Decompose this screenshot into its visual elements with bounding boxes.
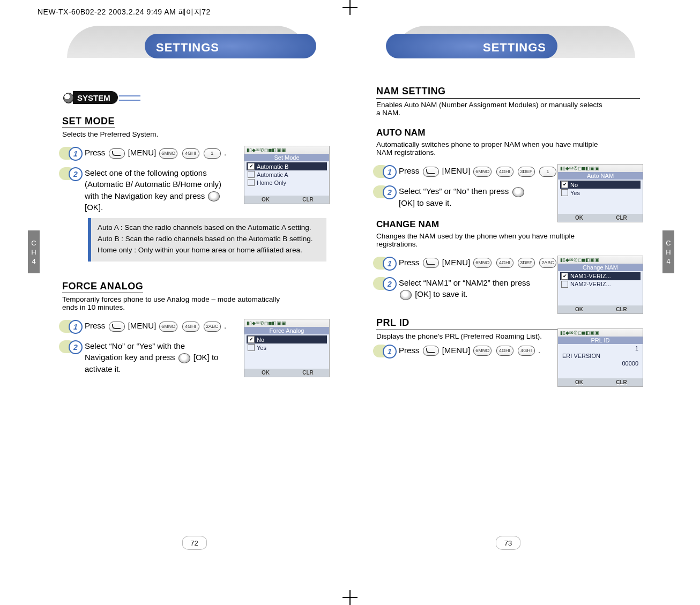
phone-softkey-clr: CLR xyxy=(600,378,643,386)
page-left: SETTINGS C H 4 SYSTEM SET MODE Selects t… xyxy=(38,16,351,552)
keycap-icon: 2ABC xyxy=(204,322,221,332)
phone-option: ✔Automatic B xyxy=(247,162,327,170)
keycap-icon: 4GHI xyxy=(496,167,513,177)
desc-nam-setting: Enables Auto NAM (Number Assignment Modu… xyxy=(376,101,607,117)
nav-key-icon xyxy=(512,187,524,197)
phone-info-label: ERI VERSION xyxy=(562,353,638,359)
step-number-icon: 2 xyxy=(376,184,394,199)
phone-screen-title: Change NAM xyxy=(558,264,643,271)
heading-nam-setting: NAM SETTING xyxy=(376,86,640,99)
phone-softkey-ok: OK xyxy=(244,369,287,377)
page-title-pill: SETTINGS xyxy=(67,26,308,58)
system-badge-underline-icon xyxy=(119,95,140,101)
keycap-icon: 6MNO xyxy=(473,258,492,268)
keycap-icon: 6MNO xyxy=(473,346,492,356)
crop-mark-top-icon xyxy=(342,0,358,15)
heading-auto-nam: AUTO NAM xyxy=(376,128,640,138)
keycap-icon: 4GHI xyxy=(496,346,513,356)
phone-softkey-clr: CLR xyxy=(287,196,329,204)
step-number-icon: 2 xyxy=(376,276,394,291)
page-number: 73 xyxy=(496,536,520,550)
desc-force-analog: Temporarily forces phone to use Analog m… xyxy=(62,295,293,311)
phone-status-bar-icon: ▮▯◆✉✆◻◼◧▣▣ xyxy=(558,165,643,172)
phone-option: Yes xyxy=(560,189,641,197)
page-number: 72 xyxy=(182,536,207,550)
chapter-tab: C H 4 xyxy=(28,230,40,273)
step-number-icon: 1 xyxy=(62,146,80,161)
keycap-icon: 4GHI xyxy=(518,346,535,356)
phone-option: Automatic A xyxy=(247,170,327,178)
phone-softkey-clr: CLR xyxy=(287,369,329,377)
phone-screen-change-nam: ▮▯◆✉✆◻◼◧▣▣ Change NAM ✔NAM1-VERIZ... NAM… xyxy=(557,256,643,314)
phone-screen-title: Auto NAM xyxy=(558,172,643,180)
phone-screen-set-mode: ▮▯◆✉✆◻◼◧▣▣ Set Mode ✔Automatic B Automat… xyxy=(244,146,330,204)
phone-softkey-clr: CLR xyxy=(600,214,643,222)
nav-key-icon xyxy=(400,290,412,300)
nav-key-icon xyxy=(208,191,220,201)
phone-status-bar-icon: ▮▯◆✉✆◻◼◧▣▣ xyxy=(558,256,643,264)
phone-option: Home Only xyxy=(247,178,327,186)
step-number-icon: 1 xyxy=(62,319,80,334)
phone-option: ✔NAM1-VERIZ... xyxy=(560,272,641,280)
phone-option: Yes xyxy=(247,343,327,352)
desc-set-mode: Selects the Preferred System. xyxy=(62,130,293,138)
keycap-icon: 2ABC xyxy=(539,258,556,268)
phone-softkey-clr: CLR xyxy=(600,305,643,313)
keycap-icon: 6MNO xyxy=(159,322,177,332)
softkey-icon xyxy=(423,258,439,268)
phone-softkey-ok: OK xyxy=(558,378,600,386)
softkey-icon xyxy=(109,322,125,332)
nav-key-icon xyxy=(178,353,190,363)
desc-auto-nam: Automatically switches phone to proper N… xyxy=(376,140,607,156)
step-number-icon: 1 xyxy=(376,164,394,179)
desc-change-nam: Changes the NAM used by the phone when y… xyxy=(376,232,607,248)
phone-screen-title: PRL ID xyxy=(558,337,643,344)
step-number-icon: 2 xyxy=(62,339,80,354)
crop-mark-bottom-icon xyxy=(342,590,358,605)
softkey-icon xyxy=(423,167,439,177)
page-title: SETTINGS xyxy=(394,41,635,55)
softkey-icon xyxy=(423,346,439,356)
phone-screen-prl-id: ▮▯◆✉✆◻◼◧▣▣ PRL ID 1 ERI VERSION 00000 OK… xyxy=(557,328,643,387)
set-mode-infobox: Auto A : Scan the radio channels based o… xyxy=(88,218,326,262)
keycap-icon: 6MNO xyxy=(473,167,492,177)
heading-force-analog: FORCE ANALOG xyxy=(62,281,326,293)
keycap-icon: 6MNO xyxy=(159,148,177,159)
phone-screen-auto-nam: ▮▯◆✉✆◻◼◧▣▣ Auto NAM ✔No Yes OK CLR xyxy=(557,164,643,222)
page-title: SETTINGS xyxy=(67,41,308,55)
phone-softkey-ok: OK xyxy=(558,305,600,313)
phone-softkey-ok: OK xyxy=(558,214,600,222)
phone-screen-title: Force Analog xyxy=(244,327,329,334)
softkey-icon xyxy=(109,148,125,159)
manual-page-spread: NEW-TX-60B02-22 2003.2.24 9:49 AM 페이지72 … xyxy=(0,0,700,605)
phone-screen-force-analog: ▮▯◆✉✆◻◼◧▣▣ Force Analog ✔No Yes OK CLR xyxy=(244,319,330,377)
phone-option: ✔No xyxy=(247,335,327,343)
keycap-icon: 1 xyxy=(539,167,556,177)
phone-softkey-ok: OK xyxy=(244,196,287,204)
phone-info-value: 00000 xyxy=(562,360,638,367)
keycap-icon: 1 xyxy=(204,148,221,159)
page-title-pill: SETTINGS xyxy=(394,26,635,58)
chapter-tab: C H 4 xyxy=(662,230,674,273)
phone-status-bar-icon: ▮▯◆✉✆◻◼◧▣▣ xyxy=(244,146,329,154)
keycap-icon: 4GHI xyxy=(496,258,513,268)
page-right: SETTINGS C H 4 NAM SETTING Enables Auto … xyxy=(351,16,665,552)
phone-status-bar-icon: ▮▯◆✉✆◻◼◧▣▣ xyxy=(558,329,643,337)
keycap-icon: 4GHI xyxy=(182,322,199,332)
heading-set-mode: SET MODE xyxy=(62,116,326,128)
step-number-icon: 2 xyxy=(62,166,80,181)
phone-screen-title: Set Mode xyxy=(244,154,329,161)
step-number-icon: 1 xyxy=(376,256,394,271)
keycap-icon: 3DEF xyxy=(518,258,535,268)
phone-info-value: 1 xyxy=(562,345,638,352)
phone-status-bar-icon: ▮▯◆✉✆◻◼◧▣▣ xyxy=(244,319,329,327)
step-number-icon: 1 xyxy=(376,343,394,358)
page-spread: SETTINGS C H 4 SYSTEM SET MODE Selects t… xyxy=(38,16,665,552)
phone-option: ✔No xyxy=(560,181,641,189)
phone-option: NAM2-VERIZ... xyxy=(560,280,641,288)
keycap-icon: 3DEF xyxy=(518,167,535,177)
keycap-icon: 4GHI xyxy=(182,148,199,159)
system-badge: SYSTEM xyxy=(73,91,118,104)
